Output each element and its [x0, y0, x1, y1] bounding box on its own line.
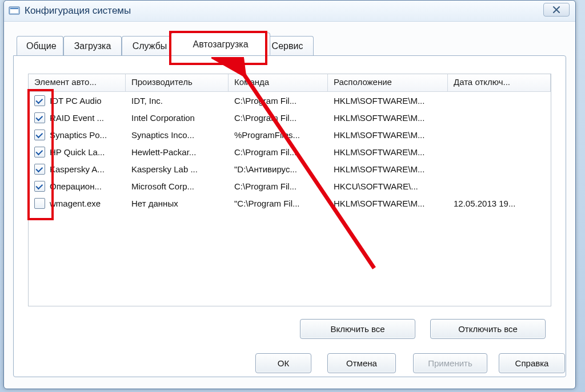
tab-services[interactable]: Службы: [122, 36, 178, 55]
disable-all-button[interactable]: Отключить все: [430, 319, 546, 339]
cell-command: "D:\Антивирус...: [229, 164, 328, 174]
cell-location: HKLM\SOFTWARE\M...: [328, 199, 448, 208]
row-checkbox[interactable]: [34, 130, 45, 140]
tab-strip: Общие Загрузка Службы Автозагрузка Серви…: [13, 36, 566, 58]
item-label: HP Quick La...: [50, 147, 105, 157]
cell-command: C:\Program Fil...: [229, 113, 328, 123]
app-icon: [9, 6, 20, 16]
cell-location: HKLM\SOFTWARE\M...: [328, 164, 448, 174]
table-row[interactable]: HP Quick La...Hewlett-Packar...C:\Progra…: [29, 143, 551, 160]
tab-general[interactable]: Общие: [17, 36, 63, 55]
cell-item: IDT PC Audio: [29, 95, 126, 106]
cell-vendor: Kaspersky Lab ...: [126, 164, 229, 174]
cell-command: C:\Program Fil...: [229, 96, 328, 106]
cell-item: HP Quick La...: [29, 147, 126, 157]
cell-vendor: Нет данных: [126, 199, 229, 208]
cell-item: Synaptics Po...: [29, 130, 126, 140]
close-icon: [552, 6, 560, 13]
svg-rect-2: [10, 8, 18, 9]
col-vendor[interactable]: Производитель: [126, 74, 229, 91]
close-button[interactable]: [543, 3, 570, 17]
table-row[interactable]: Synaptics Po...Synaptics Inco...%Program…: [29, 126, 551, 143]
table-row[interactable]: wmagent.exeНет данных"C:\Program Fil...H…: [29, 195, 551, 212]
cell-command: "C:\Program Fil...: [229, 199, 328, 208]
col-command[interactable]: Команда: [229, 74, 328, 91]
table-row[interactable]: Kaspersky A...Kaspersky Lab ..."D:\Антив…: [29, 160, 551, 177]
item-label: Операцион...: [50, 181, 102, 191]
help-button[interactable]: Справка: [499, 353, 565, 373]
titlebar: Конфигурация системы: [4, 1, 575, 22]
cell-vendor: IDT, Inc.: [126, 96, 229, 106]
item-label: wmagent.exe: [50, 199, 101, 208]
row-checkbox[interactable]: [34, 112, 45, 123]
cell-item: RAID Event ...: [29, 112, 126, 123]
item-label: Synaptics Po...: [50, 130, 107, 140]
cell-location: HKLM\SOFTWARE\M...: [328, 113, 448, 123]
window-title: Конфигурация системы: [25, 5, 131, 17]
row-checkbox[interactable]: [34, 95, 45, 106]
col-item[interactable]: Элемент авто...: [29, 74, 126, 91]
cell-item: Kaspersky A...: [29, 164, 126, 175]
list-header: Элемент авто... Производитель Команда Ра…: [29, 74, 551, 92]
cell-date: 12.05.2013 19...: [448, 199, 551, 208]
msconfig-window: Конфигурация системы Общие Загрузка Служ…: [3, 0, 576, 389]
tab-boot[interactable]: Загрузка: [63, 36, 122, 55]
cell-vendor: Intel Corporation: [126, 113, 229, 123]
row-checkbox[interactable]: [34, 164, 45, 175]
cell-command: %ProgramFiles...: [229, 130, 328, 140]
col-location[interactable]: Расположение: [328, 74, 448, 91]
enable-all-button[interactable]: Включить все: [300, 319, 415, 339]
col-date[interactable]: Дата отключ...: [448, 74, 551, 91]
cell-vendor: Microsoft Corp...: [126, 181, 229, 191]
row-checkbox[interactable]: [34, 181, 45, 192]
cell-command: C:\Program Fil...: [229, 181, 328, 191]
cell-location: HKLM\SOFTWARE\M...: [328, 130, 448, 140]
tab-startup[interactable]: Автозагрузка: [171, 33, 270, 55]
item-label: Kaspersky A...: [50, 164, 105, 174]
table-row[interactable]: IDT PC AudioIDT, Inc.C:\Program Fil...HK…: [29, 92, 551, 109]
table-row[interactable]: RAID Event ...Intel CorporationC:\Progra…: [29, 109, 551, 126]
cell-item: Операцион...: [29, 181, 126, 192]
cell-command: C:\Program Fil...: [229, 147, 328, 157]
table-row[interactable]: Операцион...Microsoft Corp...C:\Program …: [29, 177, 551, 195]
cell-vendor: Synaptics Inco...: [126, 130, 229, 140]
item-label: IDT PC Audio: [50, 96, 102, 106]
cancel-button[interactable]: Отмена: [327, 353, 396, 373]
row-checkbox[interactable]: [34, 198, 45, 209]
cell-location: HKLM\SOFTWARE\M...: [328, 96, 448, 106]
cell-location: HKCU\SOFTWARE\...: [328, 181, 448, 191]
ok-button[interactable]: ОК: [255, 353, 311, 373]
startup-list: Элемент авто... Производитель Команда Ра…: [28, 74, 551, 306]
cell-vendor: Hewlett-Packar...: [126, 147, 229, 157]
cell-item: wmagent.exe: [29, 198, 126, 209]
cell-location: HKLM\SOFTWARE\M...: [328, 147, 448, 157]
item-label: RAID Event ...: [50, 113, 104, 123]
apply-button: Применить: [413, 353, 487, 373]
row-checkbox[interactable]: [34, 147, 45, 157]
